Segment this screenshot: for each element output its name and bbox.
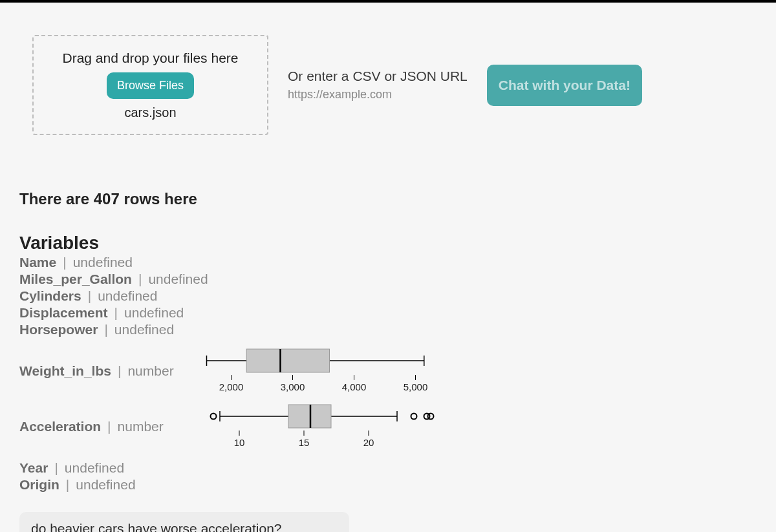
variable-name: Origin — [19, 477, 59, 493]
variable-type: number — [127, 363, 173, 379]
svg-text:3,000: 3,000 — [281, 381, 305, 392]
svg-text:2,000: 2,000 — [219, 381, 244, 392]
variable-row: Year | undefined — [19, 460, 757, 476]
variable-name: Horsepower — [19, 322, 98, 337]
variable-separator: | — [54, 460, 58, 476]
variable-row: Cylinders | undefined — [19, 288, 757, 304]
svg-text:4,000: 4,000 — [342, 381, 367, 392]
acceleration-boxplot: 101520 — [194, 403, 453, 449]
svg-point-21 — [411, 414, 417, 420]
file-dropzone[interactable]: Drag and drop your files here Browse Fil… — [32, 35, 268, 135]
variable-separator: | — [66, 477, 69, 493]
variable-type: number — [118, 419, 164, 434]
variable-row: Acceleration | number — [19, 419, 194, 434]
browse-files-button[interactable]: Browse Files — [107, 72, 194, 99]
variable-name: Miles_per_Gallon — [19, 271, 132, 287]
variable-type: undefined — [76, 477, 135, 493]
query-text[interactable]: do heavier cars have worse acceleration? — [19, 512, 349, 532]
variable-row: Horsepower | undefined — [19, 322, 757, 337]
variable-separator: | — [138, 271, 142, 287]
variable-row: Weight_in_lbs | number — [19, 363, 194, 379]
svg-point-23 — [428, 414, 434, 420]
chat-with-data-button[interactable]: Chat with your Data! — [487, 65, 642, 106]
svg-point-20 — [211, 414, 217, 420]
svg-text:10: 10 — [234, 437, 245, 448]
variable-type: undefined — [124, 305, 184, 321]
url-entry-label: Or enter a CSV or JSON URL — [288, 69, 468, 84]
variable-type: undefined — [114, 322, 174, 337]
row-count-text: There are 407 rows here — [19, 190, 757, 208]
variable-type: undefined — [65, 460, 124, 476]
variable-type: undefined — [73, 255, 133, 270]
svg-rect-4 — [246, 349, 329, 372]
url-input[interactable] — [288, 88, 456, 101]
variable-type: undefined — [98, 288, 157, 304]
variable-separator: | — [104, 322, 107, 337]
variables-heading: Variables — [19, 233, 757, 253]
svg-text:20: 20 — [363, 437, 374, 448]
variable-separator: | — [107, 419, 111, 434]
variable-name: Displacement — [19, 305, 108, 321]
variable-row: Displacement | undefined — [19, 305, 757, 321]
uploaded-filename: cars.json — [124, 105, 176, 120]
variable-name: Cylinders — [19, 288, 81, 304]
variable-row: Name | undefined — [19, 255, 757, 270]
variable-separator: | — [63, 255, 66, 270]
variable-name: Weight_in_lbs — [19, 363, 111, 379]
variable-name: Name — [19, 255, 56, 270]
variable-row: Origin | undefined — [19, 477, 757, 493]
variable-separator: | — [118, 363, 121, 379]
variable-name: Acceleration — [19, 419, 101, 434]
svg-text:5,000: 5,000 — [404, 381, 428, 392]
svg-text:15: 15 — [299, 437, 310, 448]
variable-name: Year — [19, 460, 48, 476]
weight-boxplot: 2,0003,0004,0005,000 — [194, 348, 453, 393]
variable-separator: | — [114, 305, 118, 321]
dropzone-prompt: Drag and drop your files here — [63, 50, 239, 66]
variable-type: undefined — [148, 271, 208, 287]
variable-separator: | — [88, 288, 91, 304]
variable-row: Miles_per_Gallon | undefined — [19, 271, 757, 287]
